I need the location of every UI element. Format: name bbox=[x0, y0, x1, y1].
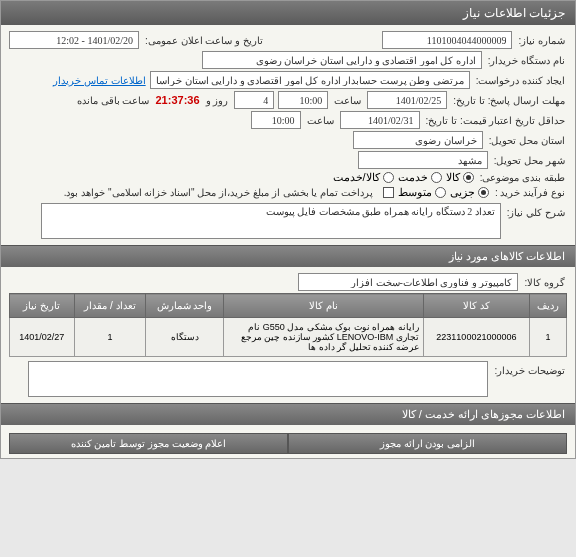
license-col2: اعلام وضعیت مجوز توسط تامین کننده bbox=[9, 433, 288, 454]
goods-section-header: اطلاعات کالاهای مورد نیاز bbox=[1, 245, 575, 267]
buyer-contact-link[interactable]: اطلاعات تماس خریدار bbox=[53, 75, 146, 86]
goods-area: گروه کالا: ردیف کد کالا نام کالا واحد شم… bbox=[1, 267, 575, 403]
goods-group-input[interactable] bbox=[298, 273, 518, 291]
deadline-label: مهلت ارسال پاسخ: تا تاریخ: bbox=[451, 95, 567, 106]
time-label-2: ساعت bbox=[305, 115, 336, 126]
col-name: نام کالا bbox=[223, 294, 423, 318]
license-col1: الزامی بودن ارائه مجوز bbox=[288, 433, 567, 454]
deadline-time-input[interactable] bbox=[278, 91, 328, 109]
cat-combo-label: کالا/خدمت bbox=[333, 171, 380, 184]
purchase-meto-label: متوسط bbox=[398, 186, 432, 199]
announce-input[interactable] bbox=[9, 31, 139, 49]
need-number-label: شماره نیاز: bbox=[516, 35, 567, 46]
cat-service-radio[interactable]: خدمت bbox=[398, 171, 442, 184]
goods-table: ردیف کد کالا نام کالا واحد شمارش تعداد /… bbox=[9, 293, 567, 357]
cell-unit: دستگاه bbox=[146, 318, 223, 357]
main-window: جزئیات اطلاعات نیاز شماره نیاز: تاریخ و … bbox=[0, 0, 576, 459]
days-label: روز و bbox=[204, 95, 231, 106]
col-date: تاریخ نیاز bbox=[10, 294, 75, 318]
announce-label: تاریخ و ساعت اعلان عمومی: bbox=[143, 35, 265, 46]
cat-combo-radio[interactable]: کالا/خدمت bbox=[333, 171, 394, 184]
min-valid-time-input[interactable] bbox=[251, 111, 301, 129]
min-valid-label: حداقل تاریخ اعتبار قیمت: تا تاریخ: bbox=[424, 115, 567, 126]
licenses-section-header: اطلاعات مجوزهای ارائه خدمت / کالا bbox=[1, 403, 575, 425]
remaining-label: ساعت باقی مانده bbox=[75, 95, 152, 106]
cell-index: 1 bbox=[530, 318, 567, 357]
table-row: 1 2231100021000006 رایانه همراه نوت بوک … bbox=[10, 318, 567, 357]
cat-service-label: خدمت bbox=[398, 171, 428, 184]
purchase-note: پرداخت تمام یا بخشی از مبلغ خرید،از محل … bbox=[64, 187, 373, 198]
time-label-1: ساعت bbox=[332, 95, 363, 106]
deliver-province-input[interactable] bbox=[353, 131, 483, 149]
buyer-org-label: نام دستگاه خریدار: bbox=[486, 55, 567, 66]
buyer-org-input[interactable] bbox=[202, 51, 482, 69]
cell-date: 1401/02/27 bbox=[10, 318, 75, 357]
cell-code: 2231100021000006 bbox=[423, 318, 529, 357]
creator-label: ایجاد کننده درخواست: bbox=[474, 75, 567, 86]
need-number-input[interactable] bbox=[382, 31, 512, 49]
radio-icon bbox=[383, 172, 394, 183]
radio-icon bbox=[435, 187, 446, 198]
treasury-checkbox[interactable] bbox=[383, 187, 394, 198]
cat-goods-radio[interactable]: کالا bbox=[446, 171, 474, 184]
min-valid-date-input[interactable] bbox=[340, 111, 420, 129]
cell-qty: 1 bbox=[74, 318, 146, 357]
radio-icon bbox=[431, 172, 442, 183]
col-code: کد کالا bbox=[423, 294, 529, 318]
purchase-jozi-radio[interactable]: جزیی bbox=[450, 186, 489, 199]
col-unit: واحد شمارش bbox=[146, 294, 223, 318]
purchase-meto-radio[interactable]: متوسط bbox=[398, 186, 446, 199]
deliver-city-label: شهر محل تحویل: bbox=[492, 155, 567, 166]
need-desc-textarea[interactable] bbox=[41, 203, 501, 239]
cell-name: رایانه همراه نوت بوک مشکی مدل G550 نام ت… bbox=[223, 318, 423, 357]
radio-checked-icon bbox=[478, 187, 489, 198]
col-qty: تعداد / مقدار bbox=[74, 294, 146, 318]
goods-group-label: گروه کالا: bbox=[522, 277, 567, 288]
cat-goods-label: کالا bbox=[446, 171, 460, 184]
window-title: جزئیات اطلاعات نیاز bbox=[463, 6, 565, 20]
deliver-province-label: استان محل تحویل: bbox=[487, 135, 567, 146]
remaining-time: 21:37:36 bbox=[156, 94, 200, 106]
deliver-city-input[interactable] bbox=[358, 151, 488, 169]
purchase-jozi-label: جزیی bbox=[450, 186, 475, 199]
col-row: ردیف bbox=[530, 294, 567, 318]
creator-input[interactable] bbox=[150, 71, 470, 89]
licenses-area: الزامی بودن ارائه مجوز اعلام وضعیت مجوز … bbox=[1, 429, 575, 458]
days-input[interactable] bbox=[234, 91, 274, 109]
category-label: طبقه بندی موضوعی: bbox=[478, 172, 567, 183]
radio-checked-icon bbox=[463, 172, 474, 183]
buyer-comments-textarea[interactable] bbox=[28, 361, 488, 397]
window-title-bar: جزئیات اطلاعات نیاز bbox=[1, 1, 575, 25]
desc-label: شرح کلي نیاز: bbox=[505, 203, 567, 218]
need-details-area: شماره نیاز: تاریخ و ساعت اعلان عمومی: نا… bbox=[1, 25, 575, 245]
licenses-table-header: الزامی بودن ارائه مجوز اعلام وضعیت مجوز … bbox=[9, 433, 567, 454]
deadline-date-input[interactable] bbox=[367, 91, 447, 109]
purchase-type-label: نوع فرآیند خرید : bbox=[493, 187, 567, 198]
buyer-comments-label: توضیحات خریدار: bbox=[492, 361, 567, 376]
